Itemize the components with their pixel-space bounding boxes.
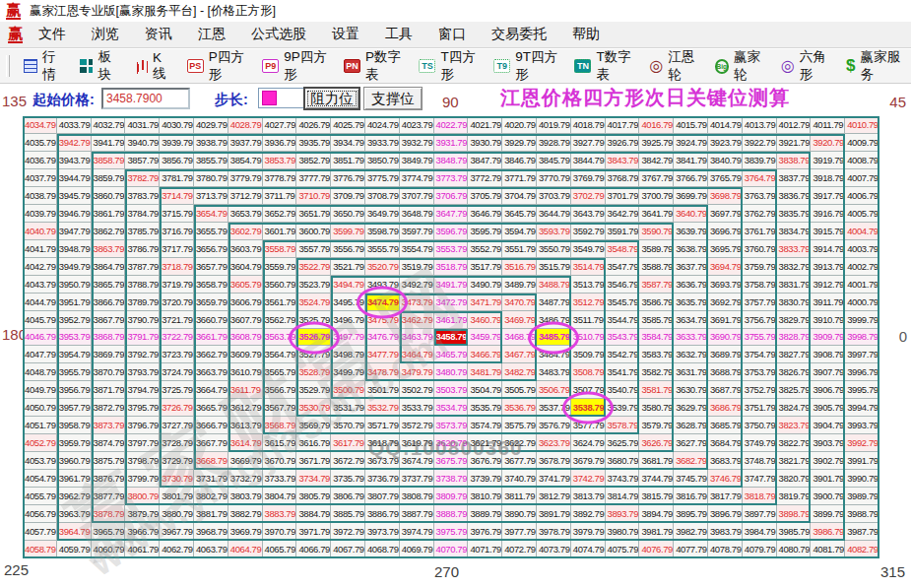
- price-cell: 4062.79: [160, 541, 194, 558]
- price-cell: 3866.79: [92, 294, 126, 311]
- price-cell: 3832.79: [777, 258, 812, 276]
- toolbar-item-kline[interactable]: K线: [128, 50, 179, 83]
- step-label: 步长:: [215, 91, 248, 109]
- price-cell: 3737.79: [400, 470, 434, 488]
- resistance-button[interactable]: 阻力位: [303, 87, 360, 110]
- price-cell: 3794.79: [125, 381, 160, 399]
- price-cell: 3513.79: [571, 276, 606, 294]
- price-cell: 3825.79: [777, 381, 812, 399]
- price-cell: 3852.79: [296, 152, 331, 169]
- price-cell: 3594.79: [502, 223, 537, 240]
- price-cell: 3692.79: [708, 294, 743, 311]
- price-cell: 3684.79: [708, 434, 743, 452]
- price-cell: 3571.79: [365, 417, 400, 434]
- price-cell: 3474.79: [365, 294, 400, 311]
- price-cell: 3903.79: [811, 434, 845, 452]
- toolbar-item-winner-wheel[interactable]: Big赢家轮: [707, 48, 773, 84]
- toolbar-item-hexagon-wheel[interactable]: 六角形: [773, 48, 838, 84]
- price-cell: 3606.79: [228, 294, 263, 311]
- menu-item-9[interactable]: 帮助: [559, 26, 613, 43]
- price-cell: 3559.79: [263, 258, 297, 276]
- price-cell: 3872.79: [92, 399, 126, 417]
- price-cell: 3666.79: [194, 417, 228, 434]
- menu-item-6[interactable]: 工具: [372, 26, 425, 43]
- price-cell: 4072.79: [502, 541, 537, 558]
- toolbar-item-pn[interactable]: PNP数字表: [336, 48, 411, 84]
- price-cell: 3942.79: [57, 134, 92, 152]
- price-cell: 3700.79: [639, 187, 674, 205]
- toolbar-item-quotes-grid[interactable]: 行情: [16, 48, 72, 84]
- price-cell: 3927.79: [571, 134, 606, 152]
- price-cell: 3798.79: [125, 452, 160, 470]
- price-cell: 3796.79: [125, 417, 160, 434]
- toolbar-item-p9[interactable]: P99P四方形: [254, 48, 336, 84]
- price-cell: 4075.79: [606, 541, 640, 558]
- price-cell: 3659.79: [194, 294, 228, 311]
- price-cell: 4078.79: [708, 541, 743, 558]
- price-cell: 3759.79: [743, 258, 777, 276]
- toolbar-item-ts[interactable]: TST四方形: [411, 48, 486, 84]
- price-cell: 3965.79: [92, 523, 126, 541]
- toolbar-item-dollar[interactable]: 赢家服务: [838, 48, 911, 84]
- price-cell: 3658.79: [194, 276, 228, 294]
- angle-label-90: 90: [442, 94, 459, 110]
- price-cell: 3735.79: [331, 470, 365, 488]
- menu-item-5[interactable]: 设置: [319, 26, 372, 43]
- price-cell: 3503.79: [434, 381, 469, 399]
- toolbar-separator: [6, 55, 10, 77]
- price-cell: 3967.79: [160, 523, 194, 541]
- price-cell: 3803.79: [228, 488, 263, 505]
- price-cell: 3954.79: [57, 346, 92, 363]
- toolbar-item-blocks[interactable]: 板块: [72, 48, 128, 84]
- price-cell: 3476.79: [365, 329, 400, 347]
- price-cell: 3460.79: [468, 311, 502, 329]
- price-cell: 3546.79: [606, 276, 640, 294]
- price-cell: 3711.79: [263, 187, 297, 205]
- price-cell: 3599.79: [331, 223, 365, 240]
- price-cell: 3509.79: [571, 346, 606, 363]
- toolbar-item-gann-wheel[interactable]: 江恩轮: [641, 48, 706, 84]
- price-cell: 3691.79: [708, 311, 743, 329]
- price-cell: 3604.79: [228, 258, 263, 276]
- price-cell: 3589.79: [639, 240, 674, 258]
- price-cell: 3863.79: [92, 240, 126, 258]
- toolbar-item-tn[interactable]: TNT数字表: [566, 48, 641, 84]
- price-cell: 3721.79: [160, 311, 194, 329]
- price-cell: 3650.79: [331, 205, 365, 223]
- price-cell: 3840.79: [708, 152, 743, 169]
- menu-item-8[interactable]: 交易委托: [479, 26, 559, 43]
- support-button[interactable]: 支撑位: [363, 87, 423, 110]
- price-cell: 3774.79: [400, 169, 434, 187]
- menu-item-4[interactable]: 公式选股: [238, 26, 319, 43]
- quotes-grid-icon: [24, 59, 37, 73]
- price-cell: 3491.79: [434, 276, 469, 294]
- price-cell: 3754.79: [743, 346, 777, 363]
- price-cell: 3783.79: [125, 187, 160, 205]
- price-cell: 3625.79: [606, 434, 640, 452]
- toolbar-item-label: K线: [153, 50, 171, 83]
- price-cell: 3858.79: [92, 152, 126, 169]
- price-cell: 3478.79: [365, 363, 400, 381]
- price-cell: 4063.79: [194, 541, 228, 558]
- price-cell: 3913.79: [811, 258, 845, 276]
- price-cell: 3879.79: [125, 505, 160, 523]
- menu-item-0[interactable]: 文件: [26, 26, 79, 43]
- menu-item-7[interactable]: 窗口: [425, 26, 479, 43]
- price-cell: 3761.79: [743, 223, 777, 240]
- price-cell: 3715.79: [160, 205, 194, 223]
- menu-item-2[interactable]: 资讯: [132, 26, 185, 43]
- toolbar-item-t9[interactable]: T99T四方形: [486, 48, 566, 84]
- price-cell: 3635.79: [674, 294, 708, 311]
- toolbar-item-ps[interactable]: PSP四方形: [179, 48, 254, 84]
- price-cell: 3696.79: [708, 223, 743, 240]
- menu-item-1[interactable]: 浏览: [79, 26, 132, 43]
- price-cell: 3614.79: [228, 434, 263, 452]
- price-cell: 3773.79: [434, 169, 469, 187]
- price-cell: 3648.79: [400, 205, 434, 223]
- price-cell: 3734.79: [296, 470, 331, 488]
- price-cell: 4011.79: [811, 116, 845, 134]
- price-cell: 4030.79: [160, 116, 194, 134]
- price-cell: 3544.79: [606, 311, 640, 329]
- menu-item-3[interactable]: 江恩: [185, 26, 238, 43]
- start-price-input[interactable]: [101, 88, 190, 109]
